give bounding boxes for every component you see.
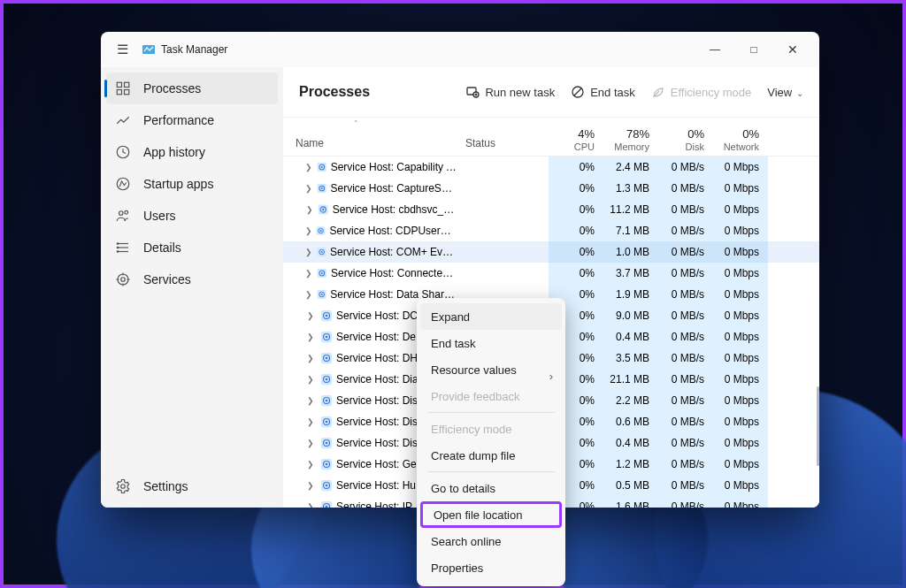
ctx-expand[interactable]: Expand (420, 303, 562, 330)
app-title: Task Manager (161, 43, 227, 56)
expand-chevron-icon[interactable]: ❯ (301, 248, 317, 256)
svg-point-58 (326, 378, 328, 381)
minimize-button[interactable]: — (695, 35, 734, 64)
column-cpu[interactable]: 4%CPU (549, 118, 603, 156)
close-button[interactable]: ✕ (773, 35, 812, 64)
end-task-button[interactable]: End task (571, 85, 635, 99)
column-status[interactable]: Status (457, 118, 549, 156)
svg-point-61 (326, 400, 328, 402)
ctx-provide-feedback: Provide feedback (420, 383, 562, 409)
svg-point-46 (320, 294, 322, 295)
disk-cell: 0 MB/s (658, 347, 713, 369)
run-task-icon (465, 85, 480, 99)
expand-chevron-icon[interactable]: ❯ (301, 417, 320, 426)
process-row[interactable]: ❯Service Host: CaptureService_...0%1.3 M… (283, 178, 819, 199)
svg-point-15 (121, 278, 126, 282)
svg-point-13 (117, 247, 119, 248)
network-cell: 0 Mbps (713, 454, 768, 475)
process-row[interactable]: ❯Service Host: CDPUserSvc_5b2...0%7.1 MB… (283, 220, 819, 241)
expand-chevron-icon[interactable]: ❯ (301, 460, 320, 469)
svg-point-49 (326, 315, 328, 317)
network-cell: 0 Mbps (713, 347, 768, 369)
expand-chevron-icon[interactable]: ❯ (301, 226, 316, 235)
disk-cell: 0 MB/s (658, 326, 713, 347)
network-cell: 0 Mbps (713, 432, 768, 454)
disk-cell: 0 MB/s (658, 390, 713, 411)
sidebar-item-label: Details (143, 241, 181, 255)
expand-chevron-icon[interactable]: ❯ (301, 311, 320, 320)
expand-chevron-icon[interactable]: ❯ (301, 439, 320, 447)
column-headers[interactable]: ˄ Name Status 4%CPU 78%Memory 0%Disk 0%N… (283, 118, 819, 157)
expand-chevron-icon[interactable]: ❯ (301, 332, 320, 341)
process-name: Service Host: Ge (336, 458, 417, 470)
sidebar-item-users[interactable]: Users (106, 200, 278, 232)
sidebar-item-details[interactable]: Details (106, 232, 278, 263)
process-name: Service Host: DH (336, 352, 418, 364)
process-row[interactable]: ❯Service Host: Capability Acces...0%2.4 … (283, 157, 819, 178)
sidebar-item-services[interactable]: Services (106, 263, 278, 295)
expand-chevron-icon[interactable]: ❯ (301, 205, 318, 214)
process-name: Service Host: cbdhsvc_5b2eb (333, 203, 457, 216)
ctx-open-file-location[interactable]: Open file location (420, 501, 562, 528)
disk-cell: 0 MB/s (658, 263, 713, 284)
ctx-go-to-details[interactable]: Go to details (420, 475, 562, 501)
expand-chevron-icon[interactable]: ❯ (301, 163, 317, 172)
column-network[interactable]: 0%Network (713, 118, 768, 156)
sidebar-item-app-history[interactable]: App history (106, 136, 278, 168)
expand-chevron-icon[interactable]: ❯ (301, 184, 317, 193)
scrollbar[interactable] (817, 386, 819, 466)
cpu-cell: 0% (549, 220, 603, 241)
sidebar-item-label: Users (143, 209, 176, 223)
network-cell: 0 Mbps (713, 263, 768, 284)
ctx-create-dump[interactable]: Create dump file (420, 442, 562, 469)
expand-chevron-icon[interactable]: ❯ (301, 269, 317, 278)
svg-point-14 (117, 251, 119, 253)
process-row[interactable]: ❯Service Host: COM+ Event Sys...0%1.0 MB… (283, 241, 819, 263)
memory-cell: 1.2 MB (603, 454, 658, 475)
disk-cell: 0 MB/s (658, 496, 713, 508)
expand-chevron-icon[interactable]: ❯ (301, 354, 320, 363)
memory-cell: 11.2 MB (603, 199, 658, 220)
titlebar[interactable]: ☰ Task Manager — □ ✕ (101, 32, 819, 67)
memory-cell: 7.1 MB (603, 220, 658, 241)
memory-cell: 0.6 MB (603, 411, 658, 432)
maximize-button[interactable]: □ (734, 35, 773, 64)
sidebar-item-processes[interactable]: Processes (106, 73, 278, 104)
disk-cell: 0 MB/s (658, 305, 713, 326)
svg-point-70 (326, 463, 328, 466)
memory-cell: 1.0 MB (603, 241, 658, 263)
network-cell: 0 Mbps (713, 390, 768, 411)
sidebar-item-settings[interactable]: Settings (106, 470, 278, 502)
ctx-resource-values[interactable]: Resource values (420, 356, 562, 383)
context-menu: Expand End task Resource values Provide … (417, 298, 565, 586)
disk-cell: 0 MB/s (658, 178, 713, 199)
run-new-task-button[interactable]: Run new task (465, 85, 555, 99)
sidebar-item-startup-apps[interactable]: Startup apps (106, 168, 278, 200)
process-name: Service Host: Dis (336, 394, 418, 407)
memory-cell: 2.2 MB (603, 390, 658, 411)
process-name: Service Host: CaptureService_... (330, 182, 457, 195)
ctx-end-task[interactable]: End task (420, 330, 562, 356)
page-title: Processes (299, 84, 370, 100)
svg-point-67 (326, 442, 328, 445)
ctx-search-online[interactable]: Search online (420, 528, 562, 554)
memory-cell: 21.1 MB (603, 369, 658, 390)
expand-chevron-icon[interactable]: ❯ (301, 290, 317, 299)
expand-chevron-icon[interactable]: ❯ (301, 481, 320, 490)
network-cell: 0 Mbps (713, 411, 768, 432)
process-row[interactable]: ❯Service Host: Connected Devi...0%3.7 MB… (283, 263, 819, 284)
expand-chevron-icon[interactable]: ❯ (301, 375, 320, 384)
sidebar-item-performance[interactable]: Performance (106, 104, 278, 136)
disk-cell: 0 MB/s (658, 411, 713, 432)
column-memory[interactable]: 78%Memory (603, 118, 658, 156)
ctx-properties[interactable]: Properties (420, 554, 562, 581)
view-dropdown[interactable]: View (767, 86, 803, 99)
expand-chevron-icon[interactable]: ❯ (301, 502, 320, 508)
hamburger-icon[interactable]: ☰ (108, 42, 136, 57)
column-name[interactable]: Name (283, 118, 457, 156)
expand-chevron-icon[interactable]: ❯ (301, 396, 320, 405)
network-cell: 0 Mbps (713, 178, 768, 199)
process-row[interactable]: ❯Service Host: cbdhsvc_5b2eb0%11.2 MB0 M… (283, 199, 819, 220)
network-cell: 0 Mbps (713, 305, 768, 326)
column-disk[interactable]: 0%Disk (658, 118, 713, 156)
